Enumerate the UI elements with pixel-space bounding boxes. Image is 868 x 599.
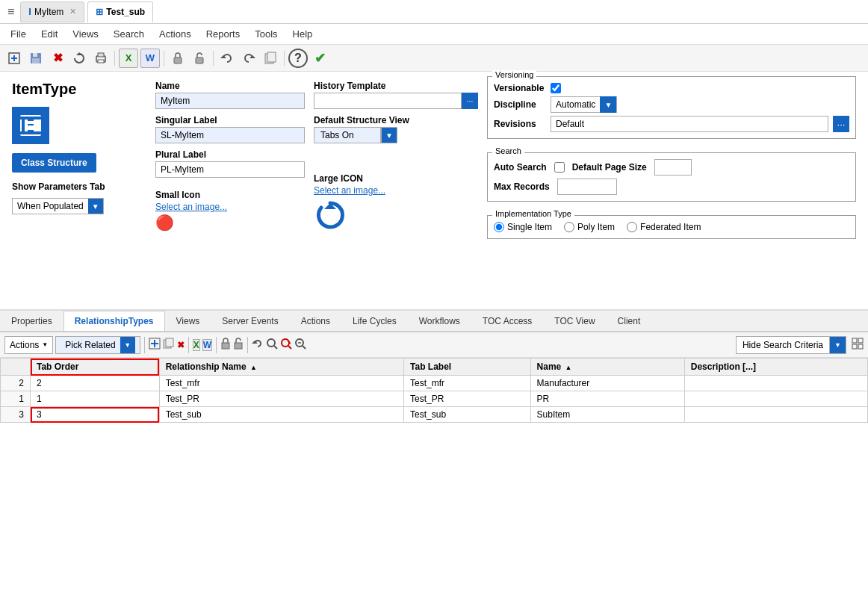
page-size-input[interactable] — [654, 159, 692, 176]
tab-order-cell[interactable]: 2 — [31, 376, 160, 391]
menu-help[interactable]: Help — [285, 26, 320, 42]
class-structure-button[interactable]: Class Structure — [12, 153, 96, 173]
hide-search-criteria-button[interactable]: Hide Search Criteria ▼ — [736, 336, 846, 354]
help-button[interactable]: ? — [288, 49, 308, 68]
col-name[interactable]: Name ▲ — [530, 359, 684, 376]
large-icon-link[interactable]: Select an image... — [314, 185, 385, 196]
default-structure-view-arrow[interactable]: ▼ — [381, 127, 397, 143]
pick-related-button[interactable]: Pick Related ▼ — [55, 336, 140, 354]
tab-label-cell[interactable]: Test_mfr — [404, 376, 531, 391]
impl-poly[interactable]: Poly Item — [564, 222, 615, 232]
name-cell[interactable]: PR — [530, 391, 684, 407]
discipline-arrow[interactable]: ▼ — [600, 96, 616, 113]
menu-edit[interactable]: Edit — [34, 26, 65, 42]
save-button[interactable] — [26, 49, 46, 68]
grid-lock-button[interactable] — [220, 338, 231, 352]
grid-excel-button[interactable]: X — [193, 339, 200, 351]
name-cell[interactable]: Manufacturer — [530, 376, 684, 391]
grid-word-button[interactable]: W — [202, 339, 212, 351]
col-tab-label[interactable]: Tab Label — [404, 359, 531, 376]
unlock-button[interactable] — [190, 49, 209, 68]
refresh-button[interactable] — [69, 49, 89, 68]
menu-tools[interactable]: Tools — [247, 26, 285, 42]
menu-views[interactable]: Views — [65, 26, 105, 42]
copy-button[interactable] — [261, 49, 280, 68]
plural-input[interactable] — [155, 161, 305, 178]
add-button[interactable] — [4, 49, 24, 68]
tab-lifecycles[interactable]: Life Cycles — [341, 311, 408, 331]
col-description[interactable]: Description [...] — [684, 359, 867, 376]
impl-single[interactable]: Single Item — [494, 222, 552, 232]
auto-search-checkbox[interactable] — [554, 162, 565, 173]
history-template-input[interactable] — [314, 93, 462, 109]
grid-search-button[interactable] — [266, 338, 278, 352]
grid-search-red-button[interactable] — [280, 338, 292, 352]
undo-button[interactable] — [217, 49, 237, 68]
rel-name-cell[interactable]: Test_sub — [159, 407, 403, 423]
tab-myitem[interactable]: I MyItem ✕ — [20, 1, 84, 22]
grid-view-button[interactable] — [852, 338, 864, 352]
grid-add-button[interactable] — [149, 338, 161, 352]
revisions-input[interactable] — [551, 116, 828, 132]
description-cell[interactable] — [684, 407, 867, 423]
impl-single-radio[interactable] — [494, 222, 504, 232]
rel-name-cell[interactable]: Test_mfr — [159, 376, 403, 391]
accept-button[interactable]: ✔ — [310, 49, 329, 68]
description-cell[interactable] — [684, 376, 867, 391]
tab-order-cell[interactable]: 1 — [31, 391, 160, 407]
max-records-input[interactable] — [557, 179, 617, 195]
tab-actions[interactable]: Actions — [290, 311, 341, 331]
singular-input[interactable] — [155, 127, 305, 143]
versionable-checkbox[interactable] — [551, 83, 561, 93]
tab-relationshiptypes[interactable]: RelationshipTypes — [63, 311, 165, 332]
description-cell[interactable] — [684, 391, 867, 407]
small-icon-link[interactable]: Select an image... — [155, 202, 227, 212]
default-structure-view-input[interactable] — [314, 127, 381, 143]
tab-order-cell-highlighted[interactable]: 3 — [31, 407, 160, 423]
menu-file[interactable]: File — [3, 26, 34, 42]
delete-button[interactable]: ✖ — [48, 49, 67, 68]
tab-label-cell[interactable]: Test_PR — [404, 391, 531, 407]
menu-reports[interactable]: Reports — [199, 26, 248, 42]
grid-actions-dropdown[interactable]: Actions ▼ — [4, 336, 53, 354]
grid-delete-button[interactable]: ✖ — [177, 340, 185, 350]
when-populated-dropdown[interactable]: When Populated ▼ — [12, 198, 104, 214]
tab-tocview[interactable]: TOC View — [543, 311, 606, 331]
impl-federated[interactable]: Federated Item — [627, 222, 701, 232]
tab-client[interactable]: Client — [607, 311, 652, 331]
tab-workflows[interactable]: Workflows — [408, 311, 471, 331]
history-template-btn[interactable]: ··· — [462, 93, 478, 109]
lock-button[interactable] — [168, 49, 187, 68]
grid-copy-button[interactable] — [163, 338, 175, 352]
print-button[interactable] — [91, 49, 111, 68]
grid-filter-button[interactable] — [294, 338, 306, 352]
name-cell[interactable]: SubItem — [530, 407, 684, 423]
tab-properties[interactable]: Properties — [0, 311, 63, 331]
discipline-select[interactable]: Automatic ▼ — [551, 96, 617, 113]
hide-search-arrow[interactable]: ▼ — [829, 337, 846, 353]
tab-test-sub[interactable]: ⊞ Test_sub — [87, 1, 153, 22]
excel-button[interactable]: X — [119, 49, 138, 68]
grid-unlock-button[interactable] — [233, 338, 244, 352]
close-icon[interactable]: ✕ — [69, 7, 76, 16]
redo-button[interactable] — [239, 49, 258, 68]
tab-label-cell[interactable]: Test_sub — [404, 407, 531, 423]
tab-views[interactable]: Views — [165, 311, 211, 331]
revisions-btn[interactable]: ··· — [833, 116, 849, 132]
name-input[interactable] — [155, 93, 305, 109]
pick-related-arrow[interactable]: ▼ — [120, 337, 135, 353]
menu-actions[interactable]: Actions — [152, 26, 199, 42]
impl-poly-radio[interactable] — [564, 222, 574, 232]
when-populated-arrow[interactable]: ▼ — [88, 199, 103, 214]
menu-search[interactable]: Search — [106, 26, 152, 42]
pick-related-label: Pick Related — [61, 340, 120, 350]
tab-serverevents[interactable]: Server Events — [211, 311, 289, 331]
word-button[interactable]: W — [140, 49, 160, 68]
rel-name-cell[interactable]: Test_PR — [159, 391, 403, 407]
col-rel-name[interactable]: Relationship Name ▲ — [159, 359, 403, 376]
tab-tocaccess[interactable]: TOC Access — [471, 311, 543, 331]
col-tab-order[interactable]: Tab Order — [31, 359, 160, 376]
hamburger-icon[interactable]: ≡ — [4, 5, 17, 19]
impl-federated-radio[interactable] — [627, 222, 637, 232]
grid-undo-button[interactable] — [252, 338, 264, 352]
